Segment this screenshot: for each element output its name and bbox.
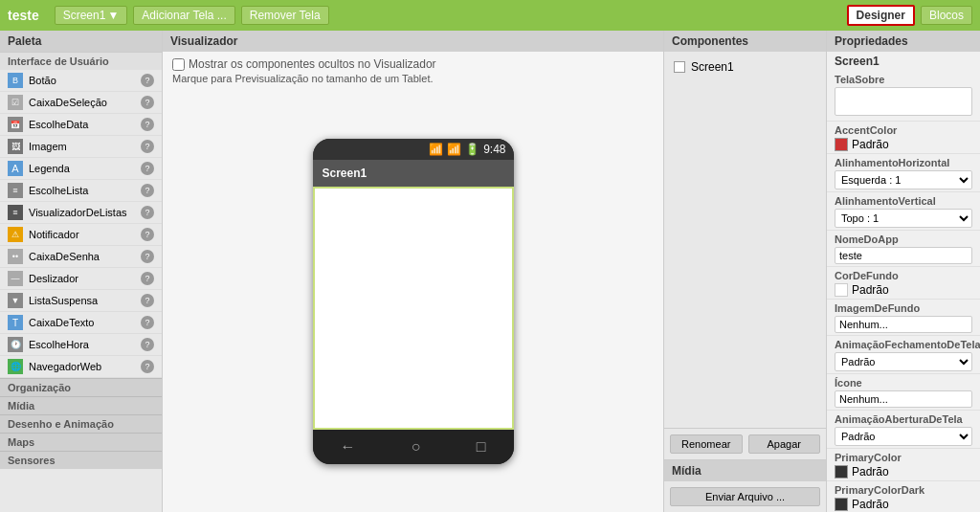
- midia-header: Mídia: [664, 460, 826, 481]
- battery-icon: 🔋: [465, 143, 479, 156]
- comp-list: Screen1: [664, 52, 826, 428]
- palette-item-legenda[interactable]: A Legenda ?: [0, 158, 162, 180]
- prop-animabertura-label: AnimaçãoAberturaDeTela: [835, 413, 972, 425]
- section-ui-header: Interface de Usuário: [0, 52, 162, 70]
- accentcolor-swatch[interactable]: [835, 138, 848, 151]
- screen-button[interactable]: Screen1 ▼: [55, 6, 128, 25]
- prop-cordefundo-row: Padrão: [835, 283, 972, 297]
- propriedades-header: Propriedades: [827, 31, 980, 52]
- caixatexto-info-icon[interactable]: ?: [141, 316, 154, 329]
- section-organizacao[interactable]: Organização: [0, 378, 162, 396]
- prop-nomedoapp-input[interactable]: [835, 247, 972, 264]
- palette-item-navegadorweb[interactable]: 🌐 NavegadorWeb ?: [0, 356, 162, 378]
- prop-icone-label: Ícone: [835, 377, 972, 389]
- show-hidden-checkbox[interactable]: [172, 58, 185, 71]
- add-screen-button[interactable]: Adicionar Tela ...: [133, 6, 235, 25]
- prop-telasobre-input[interactable]: [835, 87, 972, 116]
- palette-item-escolhehora[interactable]: 🕐 EscolheHora ?: [0, 334, 162, 356]
- phone-screen-title: Screen1: [323, 167, 368, 180]
- palette-item-visualizadorlistas[interactable]: ≡ VisualizadorDeListas ?: [0, 202, 162, 224]
- prop-alinhvert: AlinhamentoVertical Topo : 1: [827, 192, 980, 231]
- caixasenha-info-icon[interactable]: ?: [141, 250, 154, 263]
- palette-item-caixatexto[interactable]: T CaixaDeTexto ?: [0, 312, 162, 334]
- phone-container: 📶 📶 🔋 9:48 Screen1 ← ○ □: [163, 90, 663, 512]
- deslizador-icon: —: [8, 271, 23, 286]
- escolhedata-info-icon[interactable]: ?: [141, 118, 154, 131]
- palette-item-caixaselecao[interactable]: ☑ CaixaDeSeleção ?: [0, 92, 162, 114]
- prop-icone-input[interactable]: [835, 390, 972, 408]
- prop-primarycolordark-row: Padrão: [835, 498, 972, 511]
- prop-cordefundo-label: CorDeFundo: [835, 270, 972, 281]
- palette-item-caixaselecao-label: CaixaDeSeleção: [29, 97, 135, 108]
- prop-accentcolor-label: AccentColor: [835, 124, 972, 136]
- visualizador-header: Visualizador: [163, 31, 663, 52]
- imagem-info-icon[interactable]: ?: [141, 140, 154, 153]
- recents-icon: □: [477, 438, 486, 456]
- prop-cordefundo: CorDeFundo Padrão: [827, 267, 980, 300]
- navegadorweb-info-icon[interactable]: ?: [141, 360, 154, 373]
- componentes-header: Componentes: [664, 31, 826, 52]
- section-desenho[interactable]: Desenho e Animação: [0, 414, 162, 433]
- screen1-checkbox[interactable]: [674, 61, 685, 73]
- visualizador-panel: Visualizador Mostrar os componentes ocul…: [163, 31, 664, 512]
- prop-animfechamento-select[interactable]: Padrão: [835, 352, 972, 371]
- prop-imagemdefundo-input[interactable]: [835, 316, 972, 333]
- palette-item-deslizador-label: Deslizador: [29, 273, 135, 284]
- back-icon: ←: [341, 438, 356, 456]
- palette-item-escolhelista[interactable]: ≡ EscolheLista ?: [0, 180, 162, 202]
- screen1-label: Screen1: [691, 60, 734, 74]
- listasuspensa-info-icon[interactable]: ?: [141, 294, 154, 307]
- section-sensores[interactable]: Sensores: [0, 451, 162, 469]
- blocos-button[interactable]: Blocos: [921, 6, 972, 25]
- send-file-button[interactable]: Enviar Arquivo ...: [670, 487, 820, 506]
- prop-alinhvert-label: AlinhamentoVertical: [835, 195, 972, 207]
- escolhelista-info-icon[interactable]: ?: [141, 184, 154, 197]
- vis-controls: Mostrar os componentes ocultos no Visual…: [163, 52, 663, 90]
- palette-item-deslizador[interactable]: — Deslizador ?: [0, 268, 162, 290]
- palette-item-imagem[interactable]: 🖼 Imagem ?: [0, 136, 162, 158]
- prop-alinhhorz-label: AlinhamentoHorizontal: [835, 157, 972, 168]
- midia-section: Mídia Enviar Arquivo ...: [664, 459, 826, 512]
- comp-item-screen1[interactable]: Screen1: [670, 57, 820, 77]
- wifi-icon: 📶: [429, 143, 443, 156]
- section-midia[interactable]: Mídia: [0, 396, 162, 414]
- botao-info-icon[interactable]: ?: [141, 74, 154, 87]
- palette-item-listasuspensa[interactable]: ▼ ListaSuspensa ?: [0, 290, 162, 312]
- legenda-info-icon[interactable]: ?: [141, 162, 154, 175]
- palette-item-escolhedata[interactable]: 📅 EscolheData ?: [0, 114, 162, 136]
- notificador-info-icon[interactable]: ?: [141, 228, 154, 241]
- prop-nomedoapp-label: NomeDoApp: [835, 234, 972, 245]
- delete-button[interactable]: Apagar: [748, 434, 821, 454]
- remove-screen-button[interactable]: Remover Tela: [241, 6, 329, 25]
- palette-panel: Paleta Interface de Usuário B Botão ? ☑ …: [0, 31, 163, 512]
- prop-alinhvert-select[interactable]: Topo : 1: [835, 209, 972, 228]
- tablet-preview-label: Marque para Previsualização no tamanho d…: [172, 73, 654, 84]
- topbar: teste Screen1 ▼ Adicionar Tela ... Remov…: [0, 0, 980, 31]
- designer-button[interactable]: Designer: [847, 5, 915, 26]
- visualizadorlistas-icon: ≡: [8, 205, 23, 220]
- rename-button[interactable]: Renomear: [670, 434, 743, 454]
- prop-animfechamento-label: AnimaçãoFechamentoDeTela: [835, 339, 972, 350]
- palette-item-caixasenha[interactable]: •• CaixaDeSenha ?: [0, 246, 162, 268]
- show-hidden-checkbox-label[interactable]: Mostrar os componentes ocultos no Visual…: [172, 57, 654, 71]
- palette-item-botao[interactable]: B Botão ?: [0, 70, 162, 92]
- palette-item-notificador[interactable]: ⚠ Notificador ?: [0, 224, 162, 246]
- palette-header: Paleta: [0, 31, 162, 52]
- palette-item-escolhelista-label: EscolheLista: [29, 185, 135, 196]
- deslizador-info-icon[interactable]: ?: [141, 272, 154, 285]
- phone-status-bar: 📶 📶 🔋 9:48: [313, 139, 514, 160]
- visualizadorlistas-info-icon[interactable]: ?: [141, 206, 154, 219]
- caixaselecao-info-icon[interactable]: ?: [141, 96, 154, 109]
- escolhehora-info-icon[interactable]: ?: [141, 338, 154, 351]
- prop-accentcolor: AccentColor Padrão: [827, 122, 980, 154]
- prop-icone: Ícone: [827, 374, 980, 411]
- palette-item-caixatexto-label: CaixaDeTexto: [29, 317, 135, 328]
- notificador-icon: ⚠: [8, 227, 23, 242]
- prop-animabertura-select[interactable]: Padrão: [835, 427, 972, 446]
- primarycolordark-swatch[interactable]: [835, 498, 848, 511]
- primarycolor-swatch[interactable]: [835, 465, 848, 479]
- section-maps[interactable]: Maps: [0, 433, 162, 451]
- cordefundo-swatch[interactable]: [835, 283, 848, 297]
- prop-imagemdefundo: ImagemDeFundo: [827, 300, 980, 336]
- prop-alinhhorz-select[interactable]: Esquerda : 1: [835, 170, 972, 189]
